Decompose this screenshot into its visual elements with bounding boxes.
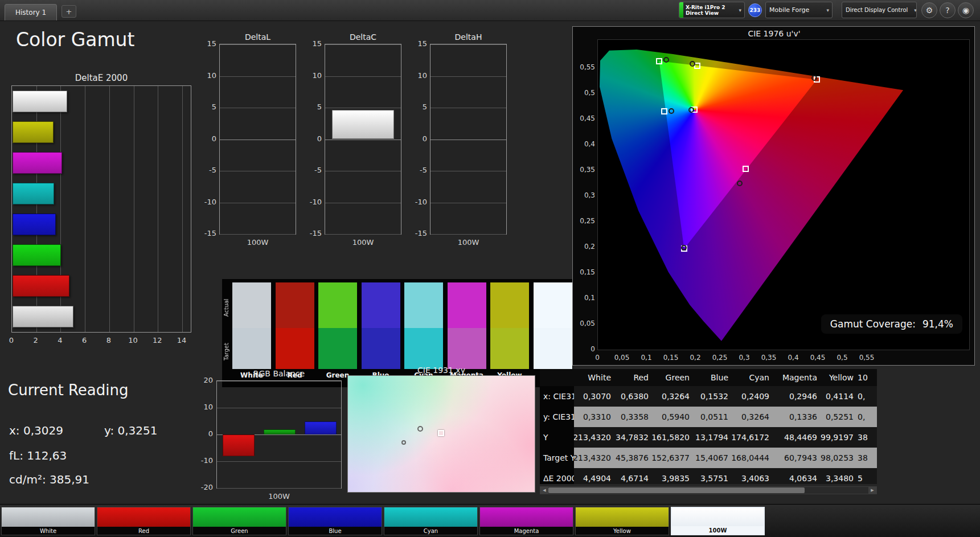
grid-line <box>430 234 506 235</box>
table-cell: 34,7832 <box>614 427 651 448</box>
table-cell: 198,0253 <box>820 448 856 468</box>
table-header-cell <box>540 369 574 386</box>
cie1931-target-square <box>438 430 444 436</box>
table-header-cell: Blue <box>692 369 731 386</box>
grid-line <box>217 461 341 462</box>
pattern-window-icon[interactable]: ◉ <box>958 2 974 18</box>
workflow-dropdown[interactable]: Mobile Forge ▾ <box>765 2 833 18</box>
axis-tick-label: -5 <box>411 166 427 174</box>
reading-cdm2: cd/m²: 385,91 <box>9 473 89 486</box>
cie1931-measured-circle-small <box>401 440 406 445</box>
meter-dropdown[interactable]: X-Rite i1Pro 2 Direct View ▾ <box>679 2 745 18</box>
cie-measured-marker-cyan <box>669 108 674 114</box>
axis-tick-label: 10 <box>128 336 139 345</box>
reading-fl: fL: 112,63 <box>9 449 67 462</box>
scroll-right-arrow-icon[interactable]: ▶ <box>868 487 876 494</box>
patch-button-yellow[interactable]: Yellow <box>575 507 669 535</box>
table-header-cell: Green <box>651 369 692 386</box>
axis-tick-label: -15 <box>411 229 427 237</box>
chevron-down-icon: ▾ <box>823 7 832 13</box>
actual-swatch <box>448 282 486 328</box>
axis-tick-label: 0,2 <box>687 354 703 362</box>
table-header-cell: Red <box>614 369 651 386</box>
axis-tick-label: 2 <box>30 336 42 345</box>
axis-tick-label: 0,3 <box>575 191 595 199</box>
axis-tick-label: 15 <box>411 39 427 48</box>
table-header-cell: Cyan <box>731 369 772 386</box>
table-horizontal-scrollbar[interactable]: ◀ ▶ <box>540 486 877 494</box>
table-row-label: ΔE 2000 <box>540 468 574 484</box>
deltae-bar-blue <box>13 214 56 235</box>
gamut-coverage-value: 91,4% <box>922 318 953 330</box>
tab-history-1[interactable]: History 1 <box>5 4 57 21</box>
measurement-count-badge[interactable]: 233 <box>748 3 762 17</box>
grid-line <box>430 44 506 45</box>
grid-line <box>325 140 401 140</box>
table-cell: 13,1794 <box>692 427 731 448</box>
help-icon[interactable]: ? <box>940 2 956 18</box>
delta-c-title: DeltaC <box>325 32 401 42</box>
table-row-label: Y <box>540 427 574 448</box>
patch-button-white[interactable]: White <box>1 507 95 535</box>
grid-line <box>325 108 401 108</box>
axis-tick-label: 0 <box>197 429 213 438</box>
axis-tick-label: 0,55 <box>859 354 875 362</box>
deltae-bar-yellow <box>13 121 54 143</box>
axis-tick-label: 0,55 <box>575 63 595 71</box>
delta-h-chart: DeltaH 100W 151050-5-10-15 <box>411 32 525 248</box>
cie1931-chart: CIE 1931 xy <box>347 366 535 497</box>
delta-l-title: DeltaL <box>219 32 296 42</box>
table-cell: 0,6380 <box>614 386 651 407</box>
patch-button-cyan[interactable]: Cyan <box>384 507 478 535</box>
axis-tick-label: 14 <box>176 336 187 345</box>
chevron-down-icon: ▾ <box>911 7 917 13</box>
target-swatch <box>490 328 529 369</box>
deltae-bar-100w <box>13 306 73 327</box>
settings-gear-icon[interactable]: ⚙ <box>921 2 937 18</box>
axis-tick-label: 0,05 <box>614 354 630 362</box>
display-control-dropdown[interactable]: Direct Display Control ▾ <box>842 2 917 18</box>
patch-button-blue[interactable]: Blue <box>288 507 382 535</box>
deltae2000-title: DeltaE 2000 <box>11 73 191 83</box>
table-cell: 174,6172 <box>731 427 772 448</box>
grid-line <box>220 108 296 108</box>
rgb-bar-green <box>264 429 296 434</box>
table-header-row: WhiteRedGreenBlueCyanMagentaYellow10 <box>540 369 877 386</box>
patch-button-green[interactable]: Green <box>192 507 286 535</box>
grid-line <box>220 76 296 77</box>
patch-button-red[interactable]: Red <box>97 507 191 535</box>
deltae-bar-green <box>13 244 61 266</box>
axis-tick-label: 10 <box>197 403 213 411</box>
scroll-left-arrow-icon[interactable]: ◀ <box>540 487 548 494</box>
add-tab-button[interactable]: + <box>61 5 76 18</box>
scrollbar-track[interactable] <box>548 487 868 494</box>
table-cell: 5 <box>856 468 877 484</box>
axis-tick-label: 5 <box>411 103 427 111</box>
deltae-bar-magenta <box>13 152 62 174</box>
patch-button-magenta[interactable]: Magenta <box>479 507 573 535</box>
patch-selection-bar: ▣ ■ ▶ ▦ ∞ ⟳ ✱ « Back Next » WhiteRedGree… <box>0 504 980 537</box>
cie-measured-marker-yellow <box>690 61 695 67</box>
grid-line <box>109 86 110 332</box>
cie-measured-marker-green <box>663 57 669 63</box>
table-cell: 38 <box>856 448 877 468</box>
rgb-balance-xlabel: 100W <box>216 492 342 501</box>
grid-line <box>430 171 506 171</box>
table-cell: 0,3310 <box>574 407 614 427</box>
delta-bar-100w <box>332 110 394 139</box>
patch-button-100w[interactable]: 100W <box>671 507 765 535</box>
deltae-bar-red <box>13 275 69 297</box>
swatch-column-white: White <box>232 282 271 379</box>
table-cell: 0,3264 <box>731 407 772 427</box>
axis-tick-label: 0,35 <box>761 354 777 362</box>
scrollbar-thumb[interactable] <box>548 487 805 493</box>
cie1976-diagram: Gamut Coverage: 91,4% <box>597 39 970 350</box>
table-cell: 60,7943 <box>772 448 820 468</box>
axis-tick-label: 0,25 <box>575 217 595 225</box>
table-cell: 45,3876 <box>614 448 651 468</box>
actual-swatch <box>318 282 357 328</box>
table-header-cell: Yellow <box>820 369 856 386</box>
grid-line <box>217 381 341 382</box>
target-swatch <box>232 328 271 369</box>
rgb-bar-red <box>223 434 255 456</box>
